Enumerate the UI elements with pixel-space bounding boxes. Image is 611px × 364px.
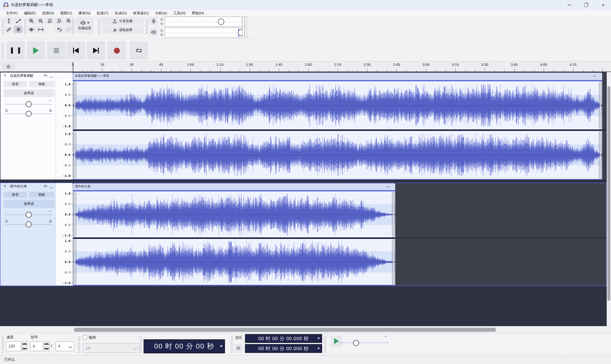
- track-collapse-icon[interactable]: [44, 185, 47, 189]
- snapping-grip[interactable]: [78, 336, 80, 352]
- effects-button[interactable]: 效果器: [4, 89, 55, 97]
- time-display[interactable]: 00 时 00 分 00 秒: [143, 339, 225, 353]
- pan-slider-thumb[interactable]: [26, 111, 32, 117]
- selection-tool-button[interactable]: [4, 17, 13, 25]
- menu-item-record[interactable]: 播录(N): [75, 10, 94, 16]
- empty-track-space[interactable]: [602, 72, 606, 180]
- tools-toolbar-grip[interactable]: [1, 19, 4, 34]
- vertical-scale-ruler[interactable]: 1.00.50.0-0.5-1.01.00.50.0-0.5-1.0: [56, 183, 73, 286]
- selection-options-button[interactable]: [234, 343, 243, 352]
- menu-item-analyze[interactable]: 分析(A): [152, 10, 170, 16]
- track-title[interactable]: 雨中的大海: [10, 184, 27, 189]
- selection-end-field[interactable]: 00 时 00 分 00.000 秒: [245, 344, 322, 353]
- play-at-speed-button[interactable]: [331, 335, 343, 347]
- undo-button[interactable]: [55, 26, 64, 33]
- timeline-options-button[interactable]: [2, 63, 15, 71]
- clip-menu-button[interactable]: …: [386, 184, 389, 188]
- snap-checkbox[interactable]: [83, 335, 87, 340]
- record-volume-slider-thumb[interactable]: [218, 19, 224, 25]
- skip-to-end-button[interactable]: [87, 41, 105, 60]
- clip-right-stretch-handle[interactable]: [392, 192, 395, 237]
- solo-button[interactable]: 独奏: [29, 192, 55, 198]
- record-button[interactable]: [107, 41, 126, 60]
- menu-item-help[interactable]: 帮助(H): [189, 10, 207, 16]
- menu-item-generate[interactable]: 生成(G): [111, 10, 130, 16]
- audio-setup-button[interactable]: 音频设置: [76, 17, 94, 34]
- clip-left-stretch-handle[interactable]: [73, 82, 76, 129]
- mute-button[interactable]: 静音: [4, 192, 27, 198]
- timesig-spinner[interactable]: [44, 342, 49, 351]
- clip-right-stretch-handle[interactable]: [392, 239, 395, 284]
- restore-button[interactable]: [578, 0, 594, 10]
- menu-item-edit[interactable]: 编辑(E): [21, 10, 39, 16]
- audio-clip[interactable]: 雨中的大海…: [73, 183, 395, 286]
- tempo-input[interactable]: 120: [6, 342, 21, 351]
- play-at-speed-grip[interactable]: [324, 336, 326, 352]
- time-signature-grip[interactable]: [1, 336, 4, 352]
- menu-item-file[interactable]: 文件(F): [3, 10, 21, 16]
- clip-header[interactable]: 雨中的大海…: [73, 183, 395, 190]
- effects-button[interactable]: 效果器: [4, 200, 55, 208]
- zoom-toggle-button[interactable]: [64, 17, 73, 25]
- redo-button[interactable]: [64, 26, 73, 33]
- horizontal-scrollbar[interactable]: [0, 326, 611, 333]
- silence-audio-button[interactable]: [36, 26, 45, 33]
- zoom-toolbar-grip[interactable]: [24, 19, 26, 34]
- waveform-channel-0[interactable]: [73, 191, 395, 237]
- trim-audio-button[interactable]: [27, 26, 36, 33]
- play-button[interactable]: [27, 41, 45, 60]
- track-menu-button[interactable]: …: [49, 186, 54, 188]
- clip-header[interactable]: 自是好梦最易醒——李锐…: [73, 73, 602, 80]
- zoom-out-button[interactable]: [36, 17, 45, 25]
- timesig-upper-input[interactable]: 4: [30, 342, 43, 351]
- pan-slider-thumb[interactable]: [26, 221, 32, 227]
- vertical-scale-ruler[interactable]: 1.00.50.0-0.5-1.01.00.50.0-0.5-1.0: [56, 72, 73, 180]
- gain-slider-thumb[interactable]: [26, 101, 32, 107]
- audio-setup-grip[interactable]: [72, 19, 74, 34]
- waveform-channel-1[interactable]: [73, 131, 602, 179]
- skip-to-start-button[interactable]: [67, 41, 85, 60]
- track-collapse-icon[interactable]: [44, 74, 47, 78]
- close-button[interactable]: ×: [595, 0, 611, 10]
- track-close-button[interactable]: ×: [4, 183, 6, 188]
- track-menu-button[interactable]: …: [49, 75, 54, 77]
- timeline-ruler[interactable]: 01530451:001:151:301:452:002:152:302:453…: [0, 62, 611, 72]
- vertical-scrollbar[interactable]: [607, 72, 611, 326]
- selection-toolbar-grip[interactable]: [231, 336, 233, 352]
- zoom-in-button[interactable]: [27, 17, 36, 25]
- track-title[interactable]: 自是好梦最易醒: [10, 74, 33, 78]
- menu-item-view[interactable]: 视图(V): [57, 10, 75, 16]
- mute-button[interactable]: 静音: [4, 81, 27, 87]
- loop-button[interactable]: [130, 41, 148, 60]
- time-format-arrow-icon[interactable]: [220, 345, 223, 347]
- envelope-tool-button[interactable]: [14, 17, 23, 25]
- vertical-scrollbar-thumb[interactable]: [607, 86, 610, 301]
- clip-right-stretch-handle[interactable]: [599, 82, 602, 129]
- solo-button[interactable]: 独奏: [29, 81, 55, 87]
- menu-item-tracks[interactable]: 轨道(T): [94, 10, 111, 16]
- playhead-cursor[interactable]: [73, 62, 73, 72]
- waveform-channel-0[interactable]: [73, 81, 602, 130]
- selection-end-arrow-icon[interactable]: [318, 348, 320, 350]
- clip-menu-button[interactable]: …: [593, 73, 596, 77]
- share-toolbar-grip[interactable]: [98, 19, 100, 34]
- tempo-spinner[interactable]: [22, 342, 28, 351]
- clip-left-stretch-handle[interactable]: [73, 131, 76, 179]
- speed-slider-thumb[interactable]: [353, 340, 359, 346]
- clip-left-stretch-handle[interactable]: [73, 192, 76, 237]
- selection-start-arrow-icon[interactable]: [318, 338, 320, 339]
- clip-right-stretch-handle[interactable]: [599, 131, 602, 179]
- pause-button[interactable]: [6, 41, 25, 60]
- selection-start-field[interactable]: 00 时 00 分 00.000 秒: [245, 334, 322, 343]
- menu-item-effect[interactable]: 效果器(C): [130, 10, 152, 16]
- draw-tool-button[interactable]: [4, 26, 13, 33]
- transport-toolbar-grip[interactable]: [1, 43, 4, 58]
- clip-left-stretch-handle[interactable]: [73, 239, 76, 284]
- horizontal-scrollbar-thumb[interactable]: [74, 328, 496, 332]
- minimize-button[interactable]: [561, 0, 577, 10]
- get-effects-button[interactable]: 获取效果: [101, 26, 144, 34]
- meter-toolbar-grip[interactable]: [146, 19, 148, 34]
- record-meter[interactable]: [165, 17, 242, 27]
- gain-slider-thumb[interactable]: [26, 212, 32, 218]
- stop-button[interactable]: [47, 41, 66, 60]
